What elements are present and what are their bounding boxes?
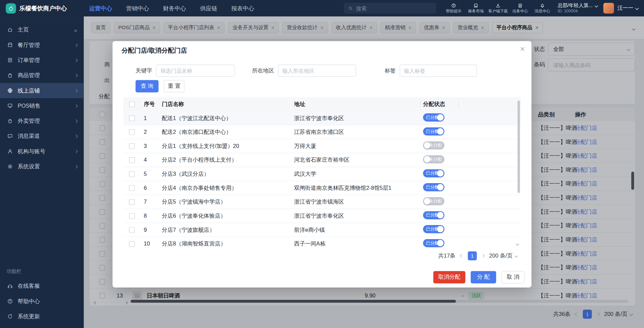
- store-row: 1配送1（宁波江北配送中心）浙江省宁波市奉化区已分配: [123, 111, 521, 125]
- assign-toggle[interactable]: 未分配: [423, 197, 444, 205]
- store-address: 前洋e商小镇: [294, 226, 420, 233]
- sidebar-item-9[interactable]: 机构与账号: [0, 144, 84, 159]
- row-checkbox[interactable]: [129, 171, 135, 177]
- col-address: 地址: [294, 101, 420, 108]
- store-address: 河北省石家庄市裕华区: [294, 156, 420, 164]
- scroll-down-icon[interactable]: [516, 239, 519, 247]
- sidebar-footer-item-1[interactable]: 在线客服: [0, 278, 84, 293]
- topbar-nav-item-3[interactable]: 财务中心: [156, 0, 193, 16]
- topbar-action[interactable]: 客户端下载: [487, 3, 509, 14]
- reset-button[interactable]: 重 置: [164, 80, 184, 93]
- sidebar-item-1[interactable]: 主页: [0, 22, 84, 37]
- modal-scrollbar-thumb[interactable]: [518, 101, 520, 193]
- row-checkbox[interactable]: [129, 157, 135, 163]
- assign-toggle[interactable]: 已分配: [423, 127, 444, 135]
- modal-footer: 取消分配 分 配 取 消: [433, 271, 525, 283]
- sidebar-item-2[interactable]: 餐厅管理: [0, 37, 84, 52]
- chevron-right-icon: [75, 150, 77, 153]
- sidebar-footer-item-3[interactable]: 系统更新: [0, 309, 84, 324]
- order-icon: [7, 57, 13, 64]
- tag-input[interactable]: [399, 64, 477, 77]
- row-checkbox[interactable]: [129, 143, 135, 149]
- keyword-input[interactable]: [156, 64, 235, 77]
- org-selector[interactable]: 总部/年轻人第... ID: 100004: [557, 3, 597, 14]
- topbar-action[interactable]: 任务中心: [509, 3, 531, 14]
- current-page[interactable]: 1: [468, 251, 477, 260]
- assign-toggle[interactable]: 未分配: [423, 155, 444, 163]
- store-address: 浙江省宁波市奉化区: [294, 212, 420, 219]
- sidebar-item-6[interactable]: POS销售: [0, 98, 84, 113]
- select-all-checkbox[interactable]: [129, 101, 135, 107]
- sidebar-item-7[interactable]: 外卖管理: [0, 113, 84, 128]
- sidebar-item-10[interactable]: 系统设置: [0, 159, 84, 174]
- store-name: 配送1（宁波江北配送中心）: [162, 114, 294, 122]
- topbar-nav-item-5[interactable]: 报表中心: [224, 0, 261, 16]
- chevron-right-icon: [75, 74, 77, 76]
- bell-icon: [540, 3, 545, 8]
- row-checkbox[interactable]: [129, 199, 135, 205]
- topbar-nav-item-4[interactable]: 供应链: [193, 0, 224, 16]
- next-page-icon[interactable]: [482, 255, 484, 257]
- collapse-sidebar-icon[interactable]: [74, 26, 77, 33]
- topbar-action[interactable]: 帮助提示: [443, 3, 465, 14]
- store-no: 3: [141, 143, 162, 149]
- sidebar-item-4[interactable]: 商品管理: [0, 68, 84, 83]
- download-icon: [495, 3, 501, 8]
- store-row: 4分店2（平台小程序线上支付）河北省石家庄市裕华区未分配: [123, 153, 521, 167]
- org-name: 总部/年轻人第...: [557, 3, 593, 9]
- store-row: 7分店5（宁波镇海中学店）浙江省宁波市镇海区未分配: [123, 195, 521, 209]
- query-button[interactable]: 查 询: [136, 80, 159, 93]
- store-no: 8: [141, 213, 162, 219]
- help-center-icon: [7, 298, 13, 305]
- brand: 乐檬餐饮商户中心: [0, 3, 82, 13]
- chevron-right-icon: [75, 165, 77, 168]
- sidebar-footer-item-2[interactable]: 帮助中心: [0, 294, 84, 309]
- assign-toggle[interactable]: 已分配: [423, 239, 444, 247]
- assign-toggle[interactable]: 已分配: [423, 113, 444, 121]
- unassign-button[interactable]: 取消分配: [433, 271, 466, 283]
- topbar-nav-item-1[interactable]: 运营中心: [82, 0, 119, 16]
- store-address: 万得大厦: [294, 142, 420, 150]
- sidebar-item-8[interactable]: 消息渠道: [0, 128, 84, 144]
- page-size-select[interactable]: 200 条/页: [489, 252, 518, 260]
- assign-toggle[interactable]: 已分配: [423, 183, 444, 191]
- close-modal-icon[interactable]: [520, 44, 525, 54]
- region-input[interactable]: [278, 64, 356, 77]
- row-checkbox[interactable]: [129, 115, 135, 121]
- sidebar-item-5[interactable]: 线上店铺: [0, 83, 84, 98]
- assign-button[interactable]: 分 配: [471, 271, 496, 283]
- store-no: 9: [141, 227, 162, 233]
- row-checkbox[interactable]: [129, 227, 135, 233]
- modal-pagination: 共17条 1 200 条/页: [438, 251, 517, 261]
- region-label: 所在地区: [252, 67, 274, 74]
- assign-toggle[interactable]: 未分配: [423, 141, 444, 149]
- user-name: 汪一一: [617, 4, 633, 12]
- topbar-action[interactable]: 消息中心: [531, 3, 553, 14]
- user-menu[interactable]: 汪一一: [617, 4, 638, 12]
- app: 乐檬餐饮商户中心 运营中心营销中心财务中心供应链报表中心 帮助提示服务市场客户端…: [0, 0, 644, 328]
- store-address: 武汉大学: [294, 170, 420, 178]
- prev-page-icon[interactable]: [461, 255, 463, 257]
- row-checkbox[interactable]: [129, 241, 135, 247]
- topbar-action[interactable]: 服务市场: [465, 3, 487, 14]
- update-icon: [7, 313, 13, 320]
- store-no: 7: [141, 199, 162, 205]
- global-search[interactable]: [343, 3, 436, 14]
- org-id: ID: 100004: [557, 9, 578, 14]
- top-bar: 乐檬餐饮商户中心 运营中心营销中心财务中心供应链报表中心 帮助提示服务市场客户端…: [0, 0, 644, 16]
- sidebar-item-3[interactable]: 订单管理: [0, 53, 84, 68]
- row-checkbox[interactable]: [129, 129, 135, 135]
- sidebar-menu: 主页餐厅管理订单管理商品管理线上店铺POS销售外卖管理消息渠道机构与账号系统设置: [0, 22, 84, 174]
- row-checkbox[interactable]: [129, 213, 135, 219]
- assign-toggle[interactable]: 已分配: [423, 211, 444, 219]
- avatar[interactable]: [603, 3, 614, 14]
- row-checkbox[interactable]: [129, 185, 135, 191]
- assign-toggle[interactable]: 已分配: [423, 225, 444, 233]
- cancel-button[interactable]: 取 消: [501, 271, 525, 283]
- goods-icon: [7, 72, 13, 79]
- market-icon: [473, 3, 479, 8]
- topbar-nav-item-2[interactable]: 营销中心: [119, 0, 156, 16]
- store-name: 分店6（宁波奉化体验店）: [162, 212, 294, 219]
- search-input[interactable]: [356, 5, 426, 11]
- assign-toggle[interactable]: 已分配: [423, 169, 444, 177]
